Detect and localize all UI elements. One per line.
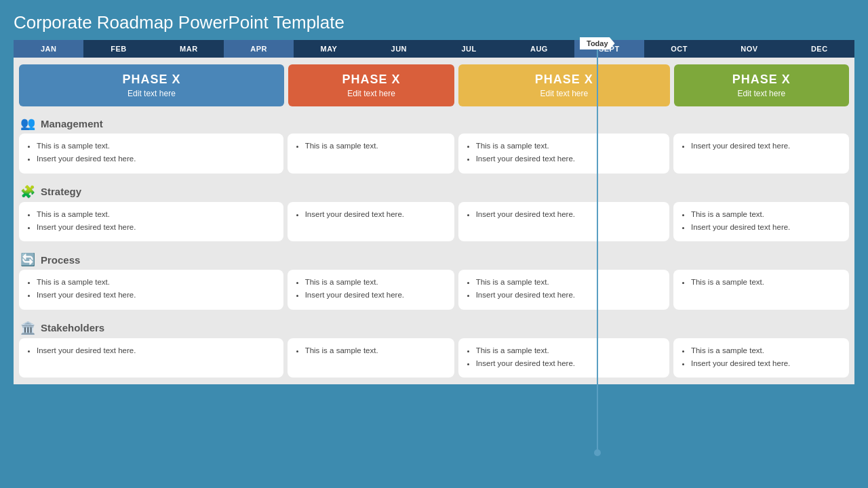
card-strategy-3: Insert your desired text here. <box>458 202 669 242</box>
content-area: PHASE XEdit text herePHASE XEdit text he… <box>14 58 854 384</box>
list-item: This is a sample text. <box>305 345 446 357</box>
cards-row-process: This is a sample text.Insert your desire… <box>19 270 849 314</box>
list-item: This is a sample text. <box>691 209 841 220</box>
list-item: This is a sample text. <box>691 345 841 357</box>
list-item: Insert your desired text here. <box>691 358 841 369</box>
section-icon-management: 👥 <box>20 116 35 131</box>
card-stakeholders-1: Insert your desired text here. <box>19 338 283 378</box>
list-item: Insert your desired text here. <box>691 222 841 233</box>
card-strategy-1: This is a sample text.Insert your desire… <box>19 202 283 242</box>
phase-title: PHASE X <box>122 73 180 87</box>
month-cell-dec: DEC <box>785 40 854 58</box>
section-header-strategy: 🧩Strategy <box>19 180 849 202</box>
list-item: Insert your desired text here. <box>476 358 661 369</box>
phase-sub: Edit text here <box>347 89 395 98</box>
list-item: Insert your desired text here. <box>476 289 661 301</box>
list-item: This is a sample text. <box>305 140 446 152</box>
list-item: This is a sample text. <box>37 277 275 288</box>
section-process: 🔄ProcessThis is a sample text.Insert you… <box>14 248 854 317</box>
list-item: This is a sample text. <box>37 209 275 220</box>
sections-container: 👥ManagementThis is a sample text.Insert … <box>14 112 854 384</box>
list-item: Insert your desired text here. <box>691 140 841 152</box>
month-cell-oct: OCT <box>644 40 714 58</box>
list-item: This is a sample text. <box>476 277 661 288</box>
section-stakeholders: 🏛️StakeholdersInsert your desired text h… <box>14 317 854 385</box>
list-item: Insert your desired text here. <box>305 289 446 301</box>
section-icon-process: 🔄 <box>20 252 35 267</box>
month-cell-aug: AUG <box>504 40 574 58</box>
section-name: Process <box>41 254 80 266</box>
section-management: 👥ManagementThis is a sample text.Insert … <box>14 112 854 180</box>
month-cell-nov: NOV <box>714 40 784 58</box>
card-management-3: This is a sample text.Insert your desire… <box>458 134 669 174</box>
today-flag: Today <box>580 37 615 49</box>
phases-row: PHASE XEdit text herePHASE XEdit text he… <box>14 58 854 112</box>
card-process-3: This is a sample text.Insert your desire… <box>458 270 669 310</box>
card-management-1: This is a sample text.Insert your desire… <box>19 134 283 174</box>
phase-title: PHASE X <box>732 73 791 87</box>
list-item: This is a sample text. <box>476 140 661 152</box>
phase-block-1: PHASE XEdit text here <box>19 64 284 106</box>
phase-sub: Edit text here <box>737 89 785 98</box>
card-management-2: This is a sample text. <box>288 134 454 174</box>
month-cell-mar: MAR <box>154 40 224 58</box>
cards-row-strategy: This is a sample text.Insert your desire… <box>19 202 849 246</box>
card-management-4: Insert your desired text here. <box>673 134 849 174</box>
section-name: Management <box>41 118 103 129</box>
card-stakeholders-4: This is a sample text.Insert your desire… <box>673 338 849 378</box>
card-process-2: This is a sample text.Insert your desire… <box>288 270 454 310</box>
cards-row-management: This is a sample text.Insert your desire… <box>19 134 849 178</box>
month-cell-apr: APR <box>224 40 294 58</box>
section-strategy: 🧩StrategyThis is a sample text.Insert yo… <box>14 180 854 249</box>
phase-title: PHASE X <box>342 73 401 87</box>
list-item: This is a sample text. <box>691 277 841 288</box>
card-process-4: This is a sample text. <box>673 270 849 310</box>
list-item: This is a sample text. <box>37 140 275 152</box>
section-icon-strategy: 🧩 <box>20 184 35 199</box>
cards-row-stakeholders: Insert your desired text here.This is a … <box>19 338 849 382</box>
months-bar: JANFEBMARAPRMAYJUNJULAUGSEPTOCTNOVDEC <box>14 40 854 58</box>
card-process-1: This is a sample text.Insert your desire… <box>19 270 283 310</box>
month-cell-feb: FEB <box>83 40 153 58</box>
today-circle <box>594 449 601 456</box>
month-cell-jul: JUL <box>434 40 504 58</box>
card-strategy-2: Insert your desired text here. <box>288 202 454 242</box>
phase-block-4: PHASE XEdit text here <box>674 64 849 106</box>
phase-sub: Edit text here <box>127 89 176 98</box>
card-strategy-4: This is a sample text.Insert your desire… <box>673 202 849 242</box>
phase-block-2: PHASE XEdit text here <box>288 64 454 106</box>
list-item: Insert your desired text here. <box>305 209 446 220</box>
today-line <box>597 49 598 449</box>
list-item: This is a sample text. <box>476 345 661 357</box>
section-header-process: 🔄Process <box>19 248 849 270</box>
today-marker: Today <box>580 37 615 456</box>
list-item: Insert your desired text here. <box>37 153 275 165</box>
phase-block-3: PHASE XEdit text here <box>458 64 669 106</box>
section-header-stakeholders: 🏛️Stakeholders <box>19 317 849 338</box>
section-header-management: 👥Management <box>19 112 849 134</box>
list-item: Insert your desired text here. <box>37 345 275 357</box>
month-cell-jan: JAN <box>14 40 83 58</box>
card-stakeholders-3: This is a sample text.Insert your desire… <box>458 338 669 378</box>
list-item: This is a sample text. <box>305 277 446 288</box>
page-title: Corporate Roadmap PowerPoint Template <box>0 0 868 40</box>
section-name: Stakeholders <box>41 322 104 333</box>
section-name: Strategy <box>41 186 81 197</box>
section-icon-stakeholders: 🏛️ <box>20 321 35 336</box>
month-cell-jun: JUN <box>364 40 434 58</box>
list-item: Insert your desired text here. <box>476 153 661 165</box>
month-cell-may: MAY <box>294 40 363 58</box>
list-item: Insert your desired text here. <box>476 209 661 220</box>
card-stakeholders-2: This is a sample text. <box>288 338 454 378</box>
list-item: Insert your desired text here. <box>37 222 275 233</box>
list-item: Insert your desired text here. <box>37 289 275 301</box>
slide: Corporate Roadmap PowerPoint Template To… <box>0 0 868 488</box>
